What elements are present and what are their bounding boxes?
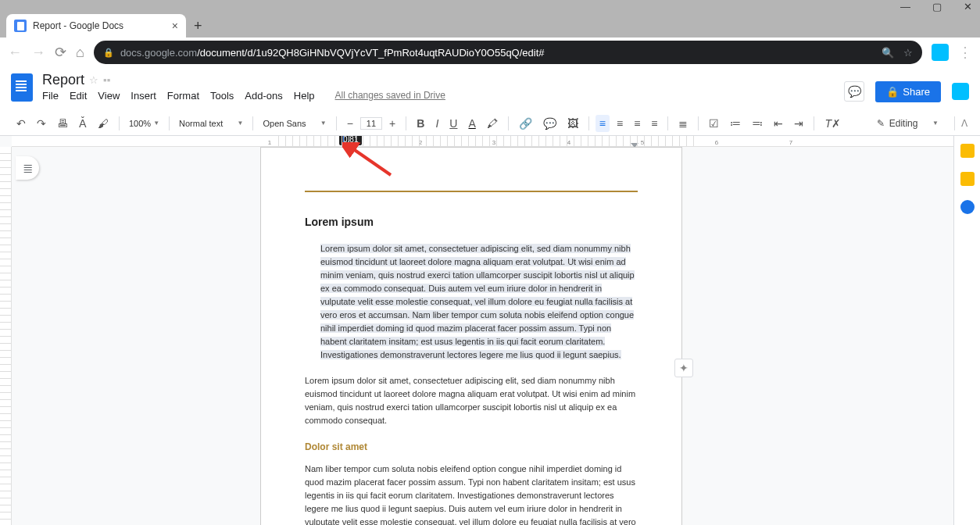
url-host: docs.google.com	[120, 47, 197, 59]
paragraph-style-select[interactable]: Normal text ▼	[176, 119, 246, 128]
ruler-tick: 3	[492, 139, 495, 146]
bulleted-list-button[interactable]: ≔	[726, 115, 745, 132]
align-left-button[interactable]: ≡	[596, 115, 610, 132]
browser-menu-icon[interactable]: ⋮	[958, 44, 972, 61]
tab-title: Report - Google Docs	[33, 20, 123, 31]
address-bar: ← → ⟳ ⌂ 🔒 docs.google.com/document/d/1u9…	[0, 38, 980, 67]
paint-format-button[interactable]: 🖌	[94, 115, 113, 132]
align-justify-button[interactable]: ≡	[647, 115, 661, 132]
insert-comment-button[interactable]: 💬	[539, 115, 560, 132]
menu-file[interactable]: File	[42, 90, 59, 102]
font-size-dec[interactable]: −	[343, 115, 357, 132]
share-label: Share	[903, 86, 930, 98]
forward-button[interactable]: →	[31, 45, 45, 61]
checklist-button[interactable]: ☑	[705, 115, 723, 132]
spellcheck-button[interactable]: Ǎ	[75, 115, 91, 132]
line-spacing-button[interactable]: ≣	[674, 115, 692, 132]
browser-tabs: Report - Google Docs × +	[0, 12, 980, 38]
editor-canvas: 0.81 11234567 ≣ Lorem ipsum Lorem ipsum …	[0, 136, 953, 525]
vertical-ruler[interactable]	[0, 147, 12, 525]
font-size-inc[interactable]: +	[385, 115, 399, 132]
bookmark-icon[interactable]: ☆	[903, 47, 913, 59]
account-avatar[interactable]	[952, 83, 969, 100]
print-button[interactable]: 🖶	[53, 115, 72, 132]
font-family-select[interactable]: Open Sans ▼	[259, 119, 329, 128]
browser-tab-active[interactable]: Report - Google Docs ×	[6, 14, 186, 38]
redo-button[interactable]: ↷	[33, 115, 50, 132]
heading-1[interactable]: Lorem ipsum	[305, 214, 638, 231]
svg-line-0	[350, 147, 391, 175]
calendar-addon-icon[interactable]	[960, 144, 975, 158]
subheading[interactable]: Dolor sit amet	[305, 440, 638, 455]
align-center-button[interactable]: ≡	[613, 115, 627, 132]
lock-icon: 🔒	[103, 48, 114, 58]
ruler-tick: 2	[419, 139, 422, 146]
side-panel	[953, 136, 980, 525]
tasks-addon-icon[interactable]	[960, 200, 975, 214]
keep-addon-icon[interactable]	[960, 172, 975, 186]
insert-link-button[interactable]: 🔗	[515, 115, 536, 132]
indent-inc-button[interactable]: ⇥	[790, 115, 807, 132]
tab-close-icon[interactable]: ×	[172, 20, 178, 32]
indent-dec-button[interactable]: ⇤	[770, 115, 787, 132]
ruler-tick: 5	[641, 139, 644, 146]
numbered-list-button[interactable]: ≕	[748, 115, 767, 132]
paragraph-3[interactable]: Nam liber tempor cum soluta nobis eleife…	[305, 462, 638, 525]
window-close[interactable]: ✕	[964, 1, 972, 12]
bold-button[interactable]: B	[413, 115, 428, 132]
document-page[interactable]: Lorem ipsum Lorem ipsum dolor sit amet, …	[260, 147, 682, 525]
docs-header: Report ☆ ▪▪ File Edit View Insert Format…	[0, 67, 980, 111]
highlight-button[interactable]: 🖍	[483, 115, 502, 132]
save-status[interactable]: All changes saved in Drive	[335, 90, 445, 102]
annotation-arrow	[342, 142, 397, 181]
home-button[interactable]: ⌂	[76, 45, 84, 61]
decorative-rule	[305, 191, 638, 192]
ruler-tick: 7	[789, 139, 792, 146]
paragraph-2[interactable]: Lorem ipsum dolor sit amet, consectetuer…	[305, 374, 638, 427]
insert-image-button[interactable]: 🖼	[563, 115, 582, 132]
menu-view[interactable]: View	[98, 90, 120, 102]
menu-format[interactable]: Format	[167, 90, 199, 102]
ruler-tick: 1	[268, 139, 271, 146]
italic-button[interactable]: I	[431, 115, 442, 132]
align-right-button[interactable]: ≡	[630, 115, 644, 132]
star-icon[interactable]: ☆	[89, 74, 98, 86]
paragraph-1-selected[interactable]: Lorem ipsum dolor sit amet, consectetuer…	[320, 244, 635, 359]
docs-logo-icon[interactable]	[11, 73, 33, 102]
undo-button[interactable]: ↶	[13, 115, 30, 132]
font-size-input[interactable]: 11	[360, 117, 382, 130]
window-maximize[interactable]: ▢	[932, 1, 942, 12]
clear-format-button[interactable]: T✗	[821, 115, 845, 132]
window-titlebar: — ▢ ✕	[0, 0, 980, 12]
menu-insert[interactable]: Insert	[131, 90, 156, 102]
underline-button[interactable]: U	[445, 115, 461, 132]
zoom-select[interactable]: 100%▼	[126, 119, 163, 128]
collapse-toolbar-button[interactable]: ᐱ	[961, 118, 967, 129]
ruler-tick: 4	[567, 139, 570, 146]
outline-toggle-button[interactable]: ≣	[16, 156, 39, 180]
horizontal-ruler[interactable]: 0.81 11234567	[12, 136, 953, 147]
toolbar: ↶ ↷ 🖶 Ǎ 🖌 100%▼ Normal text ▼ Open Sans …	[0, 111, 980, 136]
back-button[interactable]: ←	[8, 45, 22, 61]
url-path: /document/d/1u92QH8GiHNbVQVjYcVT_fPmRot4…	[197, 47, 544, 59]
new-tab-button[interactable]: +	[186, 15, 210, 38]
share-button[interactable]: 🔒 Share	[875, 81, 941, 102]
menu-addons[interactable]: Add-ons	[245, 90, 282, 102]
menu-help[interactable]: Help	[294, 90, 315, 102]
mode-button[interactable]: ✎ Editing ▼	[867, 118, 948, 129]
text-color-button[interactable]: A	[464, 115, 479, 132]
reload-button[interactable]: ⟳	[55, 44, 66, 61]
zoom-icon[interactable]: 🔍	[882, 47, 894, 59]
extension-icon[interactable]	[932, 44, 949, 61]
explore-button[interactable]: ✦	[674, 359, 693, 377]
move-folder-icon[interactable]: ▪▪	[103, 74, 110, 86]
menu-tools[interactable]: Tools	[210, 90, 234, 102]
docs-favicon	[14, 20, 27, 32]
menu-bar: File Edit View Insert Format Tools Add-o…	[42, 90, 445, 102]
menu-edit[interactable]: Edit	[70, 90, 87, 102]
comments-button[interactable]: 💬	[844, 81, 864, 102]
window-minimize[interactable]: —	[900, 1, 910, 12]
document-title[interactable]: Report	[42, 72, 84, 88]
ruler-tick: 6	[715, 139, 718, 146]
url-bar[interactable]: 🔒 docs.google.com/document/d/1u92QH8GiHN…	[94, 41, 922, 64]
